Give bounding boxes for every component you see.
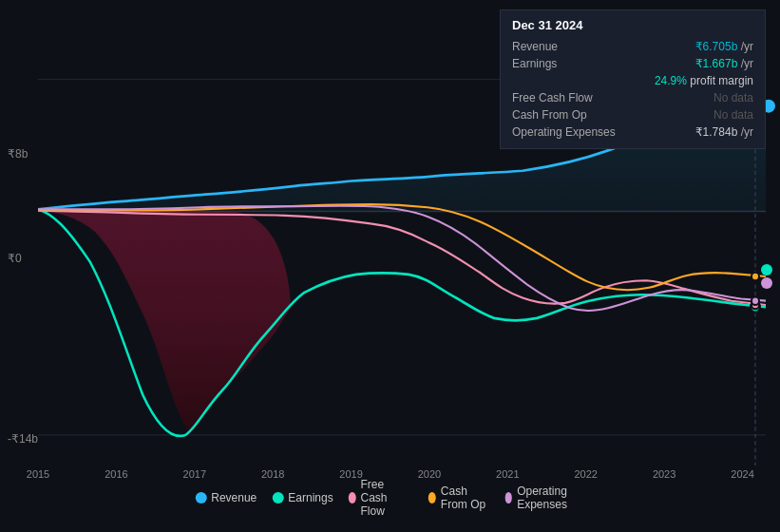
- profit-margin-value: 24.9% profit margin: [655, 74, 753, 87]
- revenue-value: ₹6.705b /yr: [695, 40, 753, 53]
- opex-value: ₹1.784b /yr: [695, 125, 753, 139]
- opex-label: Operating Expenses: [512, 125, 626, 139]
- x-label-2023: 2023: [653, 468, 675, 480]
- legend-label-opex: Operating Expenses: [517, 484, 585, 511]
- legend-label-fcf: Free Cash Flow: [361, 478, 413, 518]
- tooltip-row-cashfromop: Cash From Op No data: [512, 106, 753, 124]
- chart-container: Dec 31 2024 Revenue ₹6.705b /yr Earnings…: [0, 0, 780, 532]
- fcf-value: No data: [713, 91, 753, 104]
- legend-earnings: Earnings: [272, 491, 333, 504]
- cashfromop-value: No data: [713, 108, 753, 122]
- legend-revenue: Revenue: [195, 491, 257, 504]
- y-label-top: ₹8b: [8, 147, 28, 161]
- svg-point-8: [751, 296, 759, 305]
- legend-label-revenue: Revenue: [211, 491, 257, 504]
- y-label-bot: -₹14b: [8, 432, 38, 446]
- legend-dot-earnings: [272, 492, 283, 504]
- tooltip-row-earnings: Earnings ₹1.667b /yr: [512, 55, 753, 72]
- x-label-2016: 2016: [105, 468, 127, 480]
- tooltip-row-revenue: Revenue ₹6.705b /yr: [512, 38, 753, 55]
- tooltip-row-opex: Operating Expenses ₹1.784b /yr: [512, 124, 753, 141]
- earnings-label: Earnings: [512, 57, 626, 70]
- legend-dot-fcf: [349, 492, 356, 504]
- revenue-label: Revenue: [512, 40, 626, 53]
- legend-dot-cashfromop: [428, 492, 436, 504]
- legend-fcf: Free Cash Flow: [349, 478, 413, 518]
- legend-opex: Operating Expenses: [504, 484, 584, 511]
- legend-dot-revenue: [195, 492, 206, 504]
- legend-dot-opex: [504, 492, 512, 504]
- legend-cashfromop: Cash From Op: [428, 484, 489, 511]
- legend: Revenue Earnings Free Cash Flow Cash Fro…: [195, 478, 585, 518]
- svg-point-7: [751, 273, 759, 281]
- x-label-2024: 2024: [731, 468, 753, 480]
- legend-label-cashfromop: Cash From Op: [441, 484, 489, 511]
- tooltip-date: Dec 31 2024: [512, 18, 753, 32]
- earnings-value: ₹1.667b /yr: [695, 57, 753, 70]
- y-label-mid: ₹0: [8, 252, 22, 265]
- tooltip-box: Dec 31 2024 Revenue ₹6.705b /yr Earnings…: [500, 10, 766, 149]
- x-label-2015: 2015: [27, 468, 49, 480]
- tooltip-row-profit-margin: 24.9% profit margin: [512, 72, 753, 89]
- legend-label-earnings: Earnings: [288, 491, 333, 504]
- fcf-label: Free Cash Flow: [512, 91, 626, 104]
- tooltip-row-fcf: Free Cash Flow No data: [512, 89, 753, 106]
- cashfromop-label: Cash From Op: [512, 108, 626, 122]
